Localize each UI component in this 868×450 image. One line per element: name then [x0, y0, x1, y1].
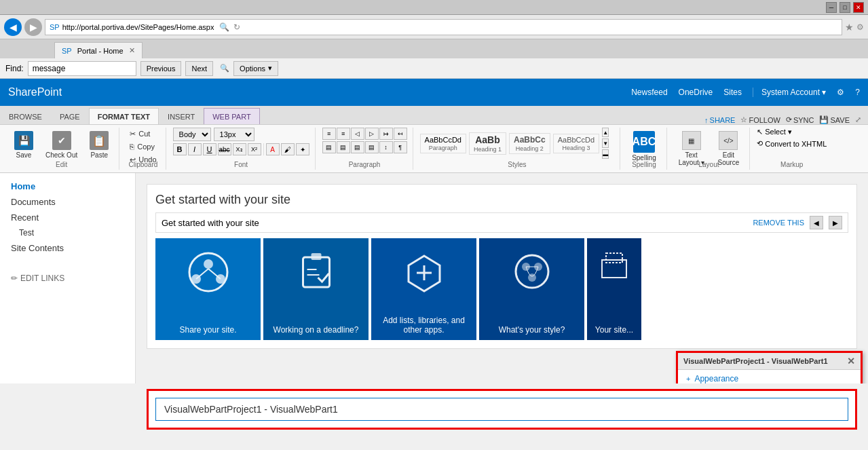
markup-items: ↖ Select ▾ ⟲ Convert to XHTML [757, 128, 827, 148]
sidebar-item-documents[interactable]: Documents [0, 194, 135, 210]
address-bar[interactable]: SP http://portal.portiva.dev/SitePages/H… [45, 19, 842, 35]
share-icon: ↑ [704, 116, 709, 124]
sidebar-item-site-contents[interactable]: Site Contents [0, 240, 135, 256]
save-large-icon: 💾 [14, 131, 33, 150]
line-spacing-button[interactable]: ↕ [379, 141, 393, 153]
styles-scroll-up[interactable]: ▲ [602, 128, 609, 137]
align-left-button[interactable]: ▤ [322, 141, 336, 153]
tools-icon[interactable]: ⚙ [856, 22, 864, 32]
italic-button[interactable]: I [188, 143, 202, 155]
find-previous-button[interactable]: Previous [140, 61, 182, 76]
increase-indent-button[interactable]: ▷ [365, 128, 379, 140]
follow-button[interactable]: ☆ FOLLOW [740, 115, 780, 124]
select-button[interactable]: ↖ Select ▾ [757, 128, 827, 136]
tab-close-icon[interactable]: ✕ [129, 46, 135, 55]
browser-tab-portal[interactable]: SP Portal - Home ✕ [54, 42, 143, 58]
align-center-button[interactable]: ▤ [337, 141, 350, 153]
clear-format-button[interactable]: ✦ [296, 143, 309, 155]
expand-icon[interactable]: ⤢ [855, 115, 861, 124]
unordered-list-button[interactable]: ≡ [322, 128, 336, 140]
minimize-button[interactable]: ─ [826, 2, 837, 13]
star-icon[interactable]: ★ [845, 22, 854, 33]
checkout-button[interactable]: ✔ Check Out [41, 128, 82, 162]
prev-card-button[interactable]: ◀ [810, 216, 823, 229]
svg-line-4 [196, 269, 208, 279]
rtl-button[interactable]: ↤ [394, 128, 407, 140]
underline-button[interactable]: U [203, 143, 216, 155]
next-card-button[interactable]: ▶ [829, 216, 842, 229]
back-button[interactable]: ◀ [4, 18, 22, 36]
paste-button[interactable]: 📋 Paste [85, 128, 113, 162]
paragraph-mark-button[interactable]: ¶ [394, 141, 407, 153]
paste-icon: 📋 [90, 131, 109, 150]
nav-onedrive[interactable]: OneDrive [679, 88, 713, 97]
card-style[interactable]: What's your style? [479, 238, 584, 340]
strikethrough-button[interactable]: abc [218, 143, 231, 155]
tab-browse[interactable]: BROWSE [0, 108, 51, 124]
system-account-menu[interactable]: System Account ▾ [753, 88, 826, 97]
save-large-button[interactable]: 💾 Save [10, 128, 38, 162]
sp-header-nav: Newsfeed OneDrive Sites System Account ▾… [631, 88, 860, 97]
share-button[interactable]: ↑ SHARE [704, 116, 735, 124]
decrease-indent-button[interactable]: ◁ [351, 128, 364, 140]
styles-items: AaBbCcDd Paragraph AaBb Heading 1 AaBbCc… [420, 128, 609, 159]
help-icon[interactable]: ? [855, 88, 860, 97]
superscript-button[interactable]: X² [248, 143, 261, 155]
sidebar-item-recent[interactable]: Recent [0, 210, 135, 225]
style-heading1[interactable]: AaBb Heading 1 [469, 132, 506, 155]
restore-button[interactable]: □ [839, 2, 850, 13]
card-your-site[interactable]: Your site... [587, 238, 641, 340]
styles-dropdown[interactable]: ▬ [602, 149, 609, 159]
save-button[interactable]: 💾 SAVE [819, 115, 850, 124]
align-right-button[interactable]: ▤ [351, 141, 364, 153]
font-size-select[interactable]: 13px [214, 128, 254, 141]
tab-web-part[interactable]: WEB PART [204, 108, 259, 124]
copy-button[interactable]: ⎘ Copy [126, 140, 159, 153]
nav-newsfeed[interactable]: Newsfeed [631, 88, 667, 97]
svg-rect-19 [606, 253, 622, 263]
remove-this-button[interactable]: REMOVE THIS [753, 219, 804, 227]
align-justify-button[interactable]: ▤ [365, 141, 379, 153]
tab-format-text[interactable]: FORMAT TEXT [89, 108, 159, 124]
wp-properties-panel: VisualWebPartProject1 - VisualWebPart1 ✕… [676, 351, 863, 383]
close-button[interactable]: ✕ [853, 2, 864, 13]
styles-scroll-down[interactable]: ▼ [602, 138, 609, 148]
subscript-button[interactable]: X₂ [233, 143, 246, 155]
sidebar-item-home[interactable]: Home [0, 179, 135, 194]
sidebar-item-test[interactable]: Test [0, 225, 135, 240]
bold-button[interactable]: B [173, 143, 187, 155]
ribbon-content: 💾 Save ✔ Check Out 📋 Paste Edit ✂ Cut [0, 125, 868, 172]
highlight-button[interactable]: 🖌 [281, 143, 295, 155]
card-deadline[interactable]: Working on a deadline? [263, 238, 369, 340]
font-color-button[interactable]: A [266, 143, 280, 155]
forward-button[interactable]: ▶ [24, 18, 42, 36]
card-add-apps[interactable]: Add lists, libraries, and other apps. [371, 238, 476, 340]
cut-button[interactable]: ✂ Cut [126, 128, 159, 140]
convert-xhtml-button[interactable]: ⟲ Convert to XHTML [757, 139, 827, 148]
font-family-select[interactable]: Body [173, 128, 211, 141]
sp-logo: SharePoint [8, 86, 631, 98]
checkout-icon: ✔ [52, 131, 71, 150]
find-options-button[interactable]: Options ▾ [233, 61, 278, 76]
style-heading3[interactable]: AaBbCcDd Heading 3 [553, 134, 599, 153]
sync-button[interactable]: ⟳ SYNC [786, 115, 814, 124]
spelling-button[interactable]: ABC Spelling [627, 128, 661, 165]
share-card-icon [188, 252, 229, 295]
style-heading2[interactable]: AaBbCc Heading 2 [509, 133, 550, 154]
webpart-title-input[interactable] [155, 398, 848, 421]
tab-page[interactable]: PAGE [51, 108, 89, 124]
settings-icon[interactable]: ⚙ [837, 88, 844, 97]
style-card-icon [512, 252, 552, 293]
nav-sites[interactable]: Sites [723, 88, 742, 97]
wp-appearance-item[interactable]: + Appearance [678, 370, 861, 383]
find-input[interactable] [28, 61, 136, 76]
tab-insert[interactable]: INSERT [159, 108, 204, 124]
ltr-button[interactable]: ↦ [379, 128, 393, 140]
find-next-button[interactable]: Next [185, 61, 213, 76]
edit-links-button[interactable]: ✏ EDIT LINKS [0, 269, 135, 287]
card-style-label: What's your style? [499, 325, 565, 335]
ordered-list-button[interactable]: ≡ [337, 128, 350, 140]
card-share-site[interactable]: Share your site. [155, 238, 261, 340]
wp-panel-close-button[interactable]: ✕ [847, 356, 855, 367]
style-paragraph[interactable]: AaBbCcDd Paragraph [420, 134, 466, 153]
